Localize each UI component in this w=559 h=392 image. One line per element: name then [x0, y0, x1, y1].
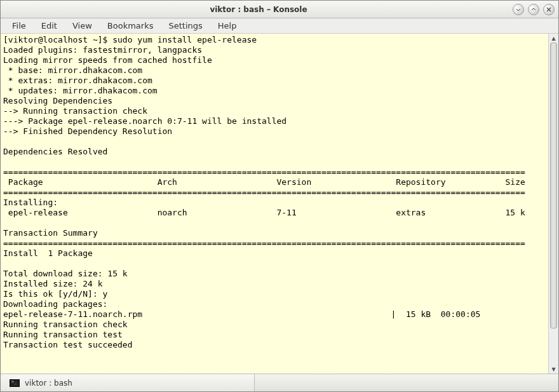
scroll-down-icon[interactable]: ▼	[549, 365, 558, 374]
titlebar[interactable]: viktor : bash – Konsole	[1, 1, 558, 18]
menu-settings[interactable]: Settings	[161, 19, 210, 32]
scroll-up-icon[interactable]: ▲	[549, 34, 558, 43]
menu-bookmarks[interactable]: Bookmarks	[100, 19, 161, 32]
tab-label: viktor : bash	[25, 379, 72, 388]
maximize-button[interactable]	[528, 4, 539, 15]
menu-edit[interactable]: Edit	[34, 19, 65, 32]
scrollbar-vertical[interactable]: ▲ ▼	[548, 34, 558, 374]
menu-file[interactable]: File	[4, 19, 34, 32]
minimize-button[interactable]	[513, 4, 524, 15]
window-title: viktor : bash – Konsole	[4, 5, 513, 14]
menu-help[interactable]: Help	[210, 19, 245, 32]
konsole-window: viktor : bash – Konsole File Edit View B…	[0, 0, 559, 392]
tab-bar: viktor : bash	[1, 374, 558, 391]
close-button[interactable]	[543, 4, 555, 15]
terminal-area: [viktor@localhost ~]$ sudo yum install e…	[1, 34, 558, 374]
window-controls	[513, 4, 555, 15]
terminal-icon	[10, 379, 20, 387]
tab-session[interactable]: viktor : bash	[1, 374, 255, 391]
terminal-output[interactable]: [viktor@localhost ~]$ sudo yum install e…	[1, 34, 548, 374]
menu-view[interactable]: View	[65, 19, 100, 32]
scroll-thumb[interactable]	[550, 43, 557, 328]
menubar: File Edit View Bookmarks Settings Help	[1, 18, 558, 34]
